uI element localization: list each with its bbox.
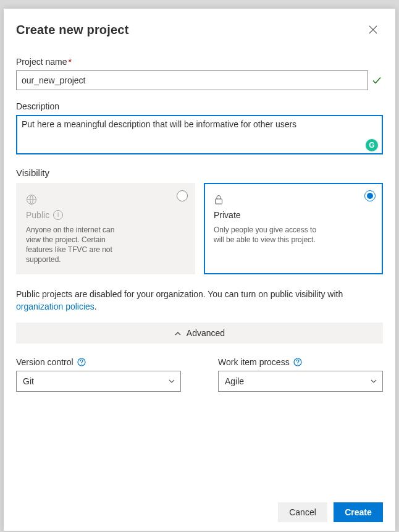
description-label: Description xyxy=(16,101,383,111)
dialog-body: Project name* Description G Visibility xyxy=(4,47,395,494)
dialog-header: Create new project xyxy=(4,9,395,47)
chevron-up-icon xyxy=(174,329,182,337)
help-icon[interactable] xyxy=(77,358,86,366)
visibility-section: Visibility Public i Anyone on the intern… xyxy=(16,167,383,274)
radio-private[interactable] xyxy=(364,190,376,201)
checkmark-icon xyxy=(371,75,383,85)
public-disabled-note: Public projects are disabled for your or… xyxy=(16,288,383,313)
create-button[interactable]: Create xyxy=(334,502,383,522)
advanced-label: Advanced xyxy=(187,328,225,338)
required-marker: * xyxy=(68,57,71,67)
work-item-process-select[interactable]: Agile xyxy=(218,371,383,392)
version-control-select[interactable]: Git xyxy=(16,371,181,392)
project-name-label: Project name* xyxy=(16,57,383,67)
create-project-dialog: Create new project Project name* Descrip… xyxy=(4,9,395,531)
version-control-field: Version control Git xyxy=(16,357,181,392)
info-icon: i xyxy=(53,210,63,220)
organization-policies-link[interactable]: organization policies xyxy=(16,302,94,311)
project-name-input[interactable] xyxy=(16,70,368,90)
dialog-title: Create new project xyxy=(16,23,129,37)
svg-rect-1 xyxy=(216,199,222,204)
advanced-toggle[interactable]: Advanced xyxy=(16,323,383,344)
description-field: Description G xyxy=(16,101,383,156)
lock-icon xyxy=(214,193,373,206)
work-item-process-label: Work item process xyxy=(218,357,290,367)
help-icon[interactable] xyxy=(293,358,302,366)
visibility-public-title: Public i xyxy=(26,210,185,220)
grammarly-icon[interactable]: G xyxy=(366,139,378,151)
radio-public xyxy=(177,190,188,201)
visibility-private-desc: Only people you give access to will be a… xyxy=(214,225,319,245)
version-control-value: Git xyxy=(23,376,34,386)
visibility-option-private[interactable]: Private Only people you give access to w… xyxy=(204,183,383,274)
project-name-field: Project name* xyxy=(16,57,383,90)
visibility-label: Visibility xyxy=(16,167,383,178)
description-input[interactable] xyxy=(16,115,383,154)
work-item-process-value: Agile xyxy=(225,376,244,386)
globe-icon xyxy=(26,193,185,206)
chevron-down-icon xyxy=(168,378,175,385)
cancel-button[interactable]: Cancel xyxy=(278,502,327,522)
advanced-section: Version control Git Work item process xyxy=(16,357,383,392)
visibility-option-public: Public i Anyone on the internet can view… xyxy=(16,183,195,274)
version-control-label: Version control xyxy=(16,357,74,367)
visibility-public-desc: Anyone on the internet can view the proj… xyxy=(26,225,131,264)
chevron-down-icon xyxy=(370,378,377,385)
close-icon[interactable] xyxy=(363,20,383,40)
work-item-process-field: Work item process Agile xyxy=(218,357,383,392)
dialog-footer: Cancel Create xyxy=(4,494,395,531)
visibility-private-title: Private xyxy=(214,210,373,220)
